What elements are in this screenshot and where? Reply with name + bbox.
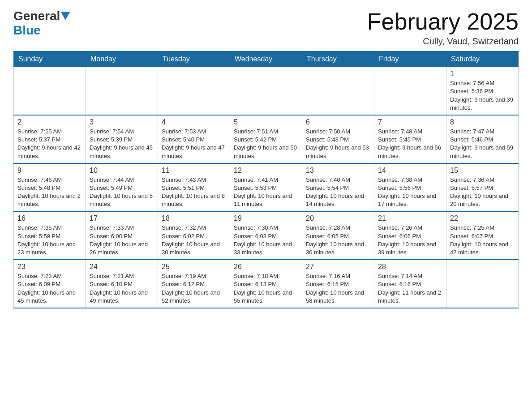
calendar-cell: 15Sunrise: 7:36 AM Sunset: 5:57 PM Dayli… xyxy=(446,163,519,212)
day-info: Sunrise: 7:23 AM Sunset: 6:09 PM Dayligh… xyxy=(17,272,82,305)
calendar-cell: 5Sunrise: 7:51 AM Sunset: 5:42 PM Daylig… xyxy=(230,115,302,163)
day-number: 28 xyxy=(378,263,442,271)
calendar-cell: 3Sunrise: 7:54 AM Sunset: 5:39 PM Daylig… xyxy=(86,115,158,163)
calendar-cell: 14Sunrise: 7:38 AM Sunset: 5:56 PM Dayli… xyxy=(374,163,446,212)
calendar-week-1: 1Sunrise: 7:56 AM Sunset: 5:36 PM Daylig… xyxy=(14,67,519,115)
calendar-cell: 12Sunrise: 7:41 AM Sunset: 5:53 PM Dayli… xyxy=(230,163,302,212)
day-number: 23 xyxy=(17,263,82,271)
calendar-week-3: 9Sunrise: 7:46 AM Sunset: 5:48 PM Daylig… xyxy=(14,163,519,212)
calendar-cell: 13Sunrise: 7:40 AM Sunset: 5:54 PM Dayli… xyxy=(302,163,374,212)
calendar-header-row: SundayMondayTuesdayWednesdayThursdayFrid… xyxy=(14,51,519,67)
day-number: 20 xyxy=(306,214,370,223)
day-info: Sunrise: 7:16 AM Sunset: 6:15 PM Dayligh… xyxy=(306,272,370,305)
day-number: 22 xyxy=(450,214,515,223)
day-number: 1 xyxy=(450,70,515,78)
day-info: Sunrise: 7:32 AM Sunset: 6:02 PM Dayligh… xyxy=(162,224,226,257)
day-info: Sunrise: 7:21 AM Sunset: 6:10 PM Dayligh… xyxy=(90,272,154,305)
day-number: 4 xyxy=(162,118,226,126)
day-info: Sunrise: 7:18 AM Sunset: 6:13 PM Dayligh… xyxy=(234,272,298,305)
day-number: 15 xyxy=(450,167,515,175)
calendar-cell: 20Sunrise: 7:28 AM Sunset: 6:05 PM Dayli… xyxy=(302,211,374,260)
weekday-header-wednesday: Wednesday xyxy=(230,51,302,67)
calendar-cell: 4Sunrise: 7:53 AM Sunset: 5:40 PM Daylig… xyxy=(158,115,230,163)
calendar-table: SundayMondayTuesdayWednesdayThursdayFrid… xyxy=(13,51,519,308)
day-info: Sunrise: 7:41 AM Sunset: 5:53 PM Dayligh… xyxy=(234,176,298,209)
calendar-week-5: 23Sunrise: 7:23 AM Sunset: 6:09 PM Dayli… xyxy=(14,260,519,308)
day-number: 24 xyxy=(90,263,154,271)
day-info: Sunrise: 7:30 AM Sunset: 6:03 PM Dayligh… xyxy=(234,224,298,257)
calendar-cell: 18Sunrise: 7:32 AM Sunset: 6:02 PM Dayli… xyxy=(158,211,230,260)
day-number: 25 xyxy=(162,263,226,271)
calendar-cell xyxy=(302,67,374,115)
day-info: Sunrise: 7:50 AM Sunset: 5:43 PM Dayligh… xyxy=(306,128,370,160)
day-info: Sunrise: 7:26 AM Sunset: 6:06 PM Dayligh… xyxy=(378,224,442,257)
day-info: Sunrise: 7:40 AM Sunset: 5:54 PM Dayligh… xyxy=(306,176,370,209)
calendar-cell: 2Sunrise: 7:55 AM Sunset: 5:37 PM Daylig… xyxy=(14,115,86,163)
calendar-cell: 9Sunrise: 7:46 AM Sunset: 5:48 PM Daylig… xyxy=(14,163,86,212)
day-info: Sunrise: 7:38 AM Sunset: 5:56 PM Dayligh… xyxy=(378,176,442,209)
calendar-cell: 27Sunrise: 7:16 AM Sunset: 6:15 PM Dayli… xyxy=(302,260,374,308)
day-info: Sunrise: 7:19 AM Sunset: 6:12 PM Dayligh… xyxy=(162,272,226,305)
day-number: 12 xyxy=(234,167,298,175)
day-info: Sunrise: 7:46 AM Sunset: 5:48 PM Dayligh… xyxy=(17,176,82,209)
day-info: Sunrise: 7:47 AM Sunset: 5:46 PM Dayligh… xyxy=(450,128,515,160)
day-info: Sunrise: 7:33 AM Sunset: 6:00 PM Dayligh… xyxy=(90,224,154,257)
calendar-cell: 16Sunrise: 7:35 AM Sunset: 5:59 PM Dayli… xyxy=(14,211,86,260)
day-number: 11 xyxy=(162,167,226,175)
calendar-cell xyxy=(374,67,446,115)
calendar-cell: 7Sunrise: 7:48 AM Sunset: 5:45 PM Daylig… xyxy=(374,115,446,163)
calendar-cell xyxy=(86,67,158,115)
day-number: 17 xyxy=(90,214,154,223)
day-number: 13 xyxy=(306,167,370,175)
calendar-week-2: 2Sunrise: 7:55 AM Sunset: 5:37 PM Daylig… xyxy=(14,115,519,163)
calendar-cell xyxy=(14,67,86,115)
day-number: 8 xyxy=(450,118,515,126)
day-info: Sunrise: 7:44 AM Sunset: 5:49 PM Dayligh… xyxy=(90,176,154,209)
title-block: February 2025 Cully, Vaud, Switzerland xyxy=(367,9,519,47)
calendar-cell: 11Sunrise: 7:43 AM Sunset: 5:51 PM Dayli… xyxy=(158,163,230,212)
calendar-cell: 10Sunrise: 7:44 AM Sunset: 5:49 PM Dayli… xyxy=(86,163,158,212)
weekday-header-saturday: Saturday xyxy=(446,51,519,67)
day-info: Sunrise: 7:25 AM Sunset: 6:07 PM Dayligh… xyxy=(450,224,515,257)
calendar-cell xyxy=(158,67,230,115)
calendar-cell: 17Sunrise: 7:33 AM Sunset: 6:00 PM Dayli… xyxy=(86,211,158,260)
day-info: Sunrise: 7:36 AM Sunset: 5:57 PM Dayligh… xyxy=(450,176,515,209)
calendar-cell: 23Sunrise: 7:23 AM Sunset: 6:09 PM Dayli… xyxy=(14,260,86,308)
day-number: 16 xyxy=(17,214,82,223)
logo-general-text: General xyxy=(13,9,60,23)
calendar-cell: 22Sunrise: 7:25 AM Sunset: 6:07 PM Dayli… xyxy=(446,211,519,260)
calendar-cell: 19Sunrise: 7:30 AM Sunset: 6:03 PM Dayli… xyxy=(230,211,302,260)
calendar-cell: 1Sunrise: 7:56 AM Sunset: 5:36 PM Daylig… xyxy=(446,67,519,115)
day-info: Sunrise: 7:53 AM Sunset: 5:40 PM Dayligh… xyxy=(162,128,226,160)
day-info: Sunrise: 7:43 AM Sunset: 5:51 PM Dayligh… xyxy=(162,176,226,209)
weekday-header-monday: Monday xyxy=(86,51,158,67)
logo: General Blue xyxy=(13,9,71,38)
day-number: 9 xyxy=(17,167,82,175)
weekday-header-tuesday: Tuesday xyxy=(158,51,230,67)
day-number: 21 xyxy=(378,214,442,223)
day-info: Sunrise: 7:56 AM Sunset: 5:36 PM Dayligh… xyxy=(450,79,515,112)
weekday-header-friday: Friday xyxy=(374,51,446,67)
calendar-cell: 21Sunrise: 7:26 AM Sunset: 6:06 PM Dayli… xyxy=(374,211,446,260)
weekday-header-thursday: Thursday xyxy=(302,51,374,67)
day-number: 5 xyxy=(234,118,298,126)
day-info: Sunrise: 7:48 AM Sunset: 5:45 PM Dayligh… xyxy=(378,128,442,160)
calendar-cell: 25Sunrise: 7:19 AM Sunset: 6:12 PM Dayli… xyxy=(158,260,230,308)
logo-triangle-icon xyxy=(61,12,70,20)
page-header: General Blue February 2025 Cully, Vaud, … xyxy=(13,9,519,47)
calendar-cell: 24Sunrise: 7:21 AM Sunset: 6:10 PM Dayli… xyxy=(86,260,158,308)
day-number: 18 xyxy=(162,214,226,223)
day-number: 3 xyxy=(90,118,154,126)
calendar-week-4: 16Sunrise: 7:35 AM Sunset: 5:59 PM Dayli… xyxy=(14,211,519,260)
calendar-cell: 6Sunrise: 7:50 AM Sunset: 5:43 PM Daylig… xyxy=(302,115,374,163)
calendar-cell xyxy=(446,260,519,308)
day-info: Sunrise: 7:51 AM Sunset: 5:42 PM Dayligh… xyxy=(234,128,298,160)
calendar-cell: 28Sunrise: 7:14 AM Sunset: 6:16 PM Dayli… xyxy=(374,260,446,308)
calendar-cell: 8Sunrise: 7:47 AM Sunset: 5:46 PM Daylig… xyxy=(446,115,519,163)
location-text: Cully, Vaud, Switzerland xyxy=(367,36,519,47)
day-number: 2 xyxy=(17,118,82,126)
day-info: Sunrise: 7:54 AM Sunset: 5:39 PM Dayligh… xyxy=(90,128,154,160)
day-number: 19 xyxy=(234,214,298,223)
day-number: 6 xyxy=(306,118,370,126)
day-info: Sunrise: 7:14 AM Sunset: 6:16 PM Dayligh… xyxy=(378,272,442,305)
